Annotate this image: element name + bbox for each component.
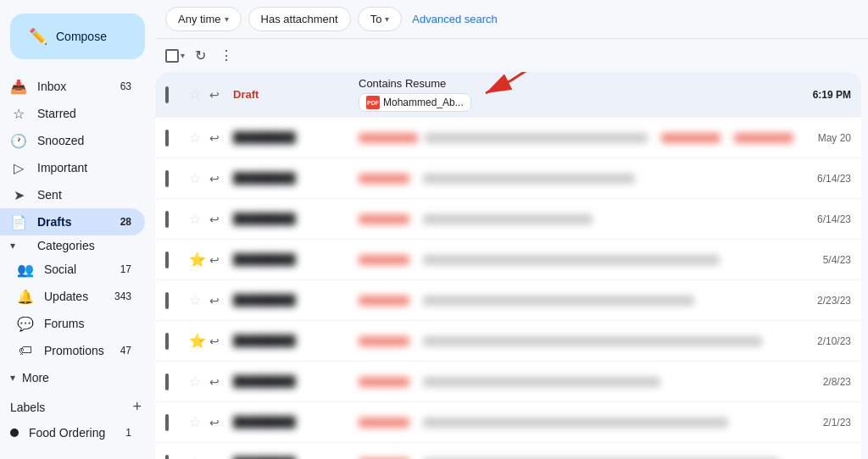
- row-checkbox[interactable]: [165, 335, 182, 348]
- star-button[interactable]: ☆: [189, 86, 206, 102]
- select-all-checkbox[interactable]: ▾: [165, 49, 185, 63]
- sidebar-item-sent[interactable]: ➤ Sent: [0, 181, 145, 208]
- chevron-down-icon: ▾: [10, 372, 15, 384]
- email-row[interactable]: ☆ ↩ ████████ May 20: [155, 118, 861, 158]
- snooze-button[interactable]: ↩: [209, 294, 226, 307]
- star-button[interactable]: ☆: [189, 373, 206, 390]
- email-content: [359, 418, 793, 428]
- attachment-chip-row: PDF Mohammed_Ab...: [359, 93, 471, 112]
- snooze-button[interactable]: ↩: [209, 88, 226, 102]
- star-button[interactable]: ☆: [189, 130, 206, 146]
- star-button[interactable]: ☆: [189, 211, 206, 227]
- time-filter-label: Any time: [178, 13, 221, 25]
- sidebar: ✏️ Compose 📥 Inbox 63 ☆ Starred 🕐 Snooze…: [0, 0, 155, 459]
- sender-name: ████████: [233, 172, 352, 185]
- more-options-button[interactable]: ⋮: [216, 44, 236, 67]
- row-checkbox[interactable]: [165, 172, 182, 185]
- sidebar-item-label: Social: [44, 263, 117, 276]
- checkbox: [165, 130, 169, 147]
- drafts-count: 28: [120, 216, 131, 228]
- draft-content: Contains Resume PDF Mohammed_Ab...: [359, 77, 471, 112]
- sent-icon: ➤: [10, 187, 27, 203]
- email-row[interactable]: ☆ ↩ ████████ 6/14/23: [155, 199, 861, 240]
- row-checkbox[interactable]: [165, 416, 182, 429]
- email-row[interactable]: ☆ ↩ ████████ 2/8/23: [155, 362, 861, 402]
- label-name: Food Ordering: [29, 426, 125, 440]
- checkbox: [165, 211, 169, 228]
- email-row[interactable]: ☆ ↩ Draft Contains Resume PDF Mohammed_A…: [155, 72, 861, 118]
- email-content: [359, 174, 793, 184]
- sidebar-item-label: Promotions: [44, 344, 117, 357]
- star-button[interactable]: ☆: [189, 455, 206, 459]
- sidebar-item-social[interactable]: 👥 Social 17: [0, 256, 145, 283]
- labels-header-label: Labels: [10, 401, 45, 414]
- sidebar-item-drafts[interactable]: 📄 Drafts 28: [0, 208, 145, 235]
- star-button[interactable]: ⭐: [189, 252, 206, 268]
- sidebar-item-important[interactable]: ▷ Important: [0, 154, 145, 181]
- email-content: [359, 336, 793, 346]
- row-checkbox[interactable]: [165, 213, 182, 226]
- attachment-filter-button[interactable]: Has attachment: [248, 7, 351, 31]
- categories-label: Categories: [37, 239, 95, 252]
- promotions-count: 47: [120, 345, 131, 357]
- more-item[interactable]: ▾ More: [0, 364, 155, 391]
- drafts-icon: 📄: [10, 214, 27, 230]
- sidebar-item-label: Updates: [44, 290, 111, 303]
- email-row[interactable]: ⭐ ↩ ████████ 2/10/23: [155, 321, 861, 362]
- row-checkbox[interactable]: [165, 131, 182, 145]
- email-date: 2/10/23: [800, 335, 851, 347]
- label-color-dot: [10, 429, 19, 437]
- email-subject: Contains Resume: [359, 77, 446, 90]
- to-filter-button[interactable]: To ▾: [358, 7, 403, 31]
- email-row[interactable]: ☆ ↩ ████████ 6/14/23: [155, 158, 861, 199]
- refresh-button[interactable]: ↻: [192, 44, 209, 67]
- inbox-icon: 📥: [10, 79, 27, 95]
- snooze-button[interactable]: ↩: [209, 131, 226, 145]
- labels-section-header[interactable]: Labels +: [0, 391, 155, 419]
- sender-name: ████████: [233, 131, 352, 144]
- row-checkbox[interactable]: [165, 253, 182, 267]
- row-checkbox[interactable]: [165, 88, 182, 102]
- snooze-button[interactable]: ↩: [209, 456, 226, 460]
- row-checkbox[interactable]: [165, 375, 182, 389]
- time-filter-button[interactable]: Any time ▾: [165, 7, 242, 31]
- sidebar-item-promotions[interactable]: 🏷 Promotions 47: [0, 337, 145, 364]
- snooze-button[interactable]: ↩: [209, 335, 226, 348]
- sidebar-item-updates[interactable]: 🔔 Updates 343: [0, 283, 145, 310]
- compose-button[interactable]: ✏️ Compose: [10, 14, 145, 59]
- sidebar-item-inbox[interactable]: 📥 Inbox 63: [0, 73, 145, 100]
- star-button[interactable]: ⭐: [189, 333, 206, 349]
- compose-label: Compose: [56, 30, 107, 43]
- select-dropdown-icon[interactable]: ▾: [181, 51, 185, 60]
- row-checkbox[interactable]: [165, 294, 182, 307]
- star-button[interactable]: ☆: [189, 170, 206, 186]
- email-content: [359, 296, 793, 306]
- forums-icon: 💬: [17, 316, 34, 332]
- snooze-button[interactable]: ↩: [209, 375, 226, 389]
- email-content: [359, 133, 793, 143]
- sender-name: ████████: [233, 294, 352, 307]
- sidebar-item-starred[interactable]: ☆ Starred: [0, 100, 145, 127]
- snooze-button[interactable]: ↩: [209, 416, 226, 429]
- email-date: 6/14/23: [800, 213, 851, 225]
- email-row[interactable]: ⭐ ↩ ████████ 5/4/23: [155, 240, 861, 280]
- snooze-button[interactable]: ↩: [209, 172, 226, 185]
- chevron-down-icon: ▾: [225, 14, 229, 24]
- sidebar-item-forums[interactable]: 💬 Forums: [0, 310, 145, 337]
- sidebar-item-snoozed[interactable]: 🕐 Snoozed: [0, 127, 145, 154]
- advanced-search-link[interactable]: Advanced search: [412, 13, 497, 25]
- snooze-button[interactable]: ↩: [209, 253, 226, 267]
- email-row[interactable]: ☆ ↩ ████████ 2/23/23: [155, 280, 861, 321]
- email-date: 2/8/23: [800, 376, 851, 388]
- email-row[interactable]: ☆ ↩ ████████ 2/1/23: [155, 402, 861, 443]
- sidebar-item-label: Inbox: [37, 80, 117, 93]
- snooze-button[interactable]: ↩: [209, 213, 226, 226]
- star-button[interactable]: ☆: [189, 414, 206, 430]
- add-label-button[interactable]: +: [132, 398, 142, 416]
- row-checkbox[interactable]: [165, 456, 182, 460]
- categories-row[interactable]: ▾ Categories: [0, 235, 155, 256]
- star-button[interactable]: ☆: [189, 292, 206, 308]
- email-date: 6:19 PM: [800, 89, 851, 101]
- label-item-food-ordering[interactable]: Food Ordering 1: [0, 419, 145, 446]
- email-row[interactable]: ☆ ↩ ████████ 1/22/23: [155, 443, 861, 459]
